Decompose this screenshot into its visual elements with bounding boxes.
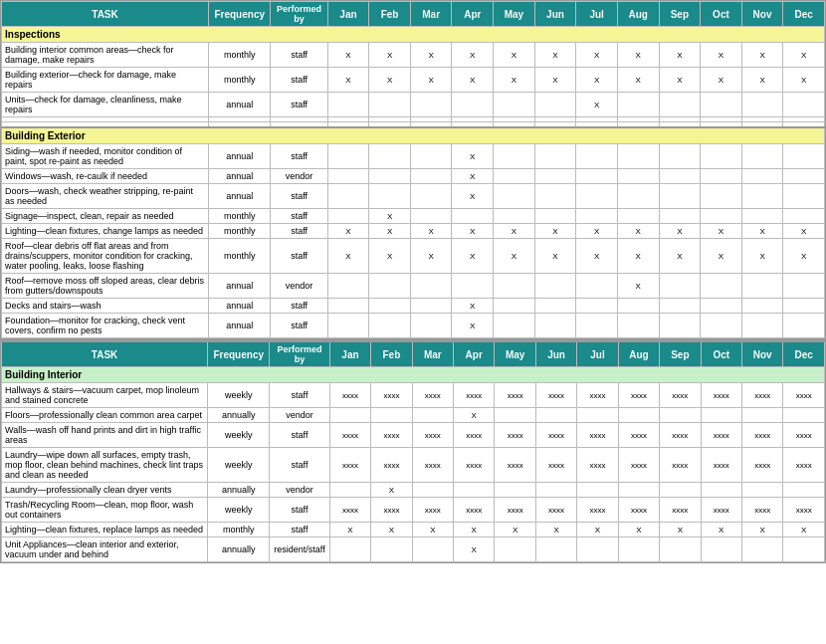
task-cell: Siding—wash if needed, monitor condition…	[2, 144, 209, 169]
perf-cell: staff	[270, 498, 329, 523]
month-cell-Nov	[741, 299, 783, 314]
table-row: Doors—wash, check weather stripping, re-…	[2, 184, 825, 209]
month-cell-Dec	[783, 299, 825, 314]
task-cell: Laundry—professionally clean dryer vents	[2, 483, 208, 498]
month-cell-Oct	[701, 537, 741, 562]
month-cell-Feb: X	[369, 68, 411, 93]
month-cell-Apr: X	[452, 144, 494, 169]
freq-cell: annually	[208, 408, 270, 423]
perf-cell: staff	[270, 448, 329, 483]
month-cell-Jan: xxxx	[329, 423, 370, 448]
table1-header: TASK Frequency Performedby Jan Feb Mar A…	[2, 2, 825, 27]
month-cell-Oct: xxxx	[701, 448, 741, 483]
month-cell-Jun: X	[535, 523, 576, 537]
month-cell-Jul	[577, 537, 618, 562]
month-cell-Feb: xxxx	[371, 423, 412, 448]
table-row: Decks and stairs—washannualstaffX	[2, 299, 825, 314]
perf-cell: staff	[271, 184, 327, 209]
section-header-row: Inspections	[2, 27, 825, 43]
table-row: Windows—wash, re-caulk if neededannualve…	[2, 169, 825, 184]
month-cell-Jan: X	[329, 523, 370, 537]
month-cell-Sep: X	[659, 239, 701, 274]
month-cell-Dec	[783, 483, 825, 498]
month-cell-Mar	[410, 169, 452, 184]
month-cell-Sep	[660, 483, 701, 498]
month-cell-Jun: xxxx	[535, 423, 576, 448]
month-cell-May	[494, 144, 535, 169]
month-cell-Jul: X	[576, 239, 618, 274]
month-cell-Dec: X	[783, 523, 825, 537]
month-cell-Aug	[618, 408, 659, 423]
month-cell-May: xxxx	[495, 448, 535, 483]
month-cell-Sep: xxxx	[660, 498, 701, 523]
freq-header: Frequency	[209, 2, 271, 27]
jun2-header: Jun	[535, 340, 576, 367]
feb2-header: Feb	[371, 340, 412, 367]
perf-cell: vendor	[271, 274, 327, 299]
month-cell-Sep	[659, 184, 701, 209]
month-cell-Mar: X	[410, 239, 452, 274]
table-row: Hallways & stairs—vacuum carpet, mop lin…	[2, 383, 825, 408]
top-table: TASK Frequency Performedby Jan Feb Mar A…	[1, 1, 825, 338]
month-cell-Nov	[741, 144, 783, 169]
month-cell-Oct: xxxx	[701, 383, 741, 408]
mar-header: Mar	[410, 2, 452, 27]
month-cell-Mar	[410, 184, 452, 209]
month-cell-Sep	[659, 93, 701, 117]
month-cell-Mar: X	[410, 224, 452, 239]
perf-cell: vendor	[270, 483, 329, 498]
month-cell-Jan: xxxx	[329, 498, 370, 523]
table-row: Roof—clear debris off flat areas and fro…	[2, 239, 825, 274]
month-cell-Apr: X	[452, 169, 494, 184]
month-cell-Sep	[660, 537, 701, 562]
task-cell: Trash/Recycling Room—clean, mop floor, w…	[2, 498, 208, 523]
sep2-header: Sep	[660, 340, 701, 367]
month-cell-Nov	[741, 537, 782, 562]
month-cell-Oct: xxxx	[701, 498, 741, 523]
task-cell: Floors—professionally clean common area …	[2, 408, 208, 423]
task-cell: Roof—remove moss off sloped areas, clear…	[2, 274, 209, 299]
month-cell-Jun	[535, 537, 576, 562]
nov-header: Nov	[741, 2, 783, 27]
month-cell-Mar: xxxx	[412, 423, 453, 448]
month-cell-Aug: xxxx	[618, 448, 659, 483]
task-cell: Doors—wash, check weather stripping, re-…	[2, 184, 209, 209]
month-cell-Dec	[783, 314, 825, 338]
month-cell-Aug: xxxx	[618, 498, 659, 523]
perf-cell: staff	[270, 423, 329, 448]
month-cell-Jan	[327, 184, 369, 209]
jun-header: Jun	[534, 2, 576, 27]
month-cell-Apr: X	[452, 68, 494, 93]
month-cell-Jan: xxxx	[329, 448, 370, 483]
may-header: May	[494, 2, 535, 27]
month-cell-Jun	[534, 144, 576, 169]
task-cell: Building exterior—check for damage, make…	[2, 68, 209, 93]
month-cell-Jan: X	[327, 224, 369, 239]
month-cell-Jul	[576, 299, 618, 314]
section-label: Building Interior	[2, 367, 825, 383]
month-cell-Feb	[371, 537, 412, 562]
month-cell-Jul	[576, 184, 618, 209]
month-cell-Jun	[534, 299, 576, 314]
month-cell-Nov	[741, 483, 782, 498]
month-cell-Apr: X	[452, 239, 494, 274]
month-cell-Nov: X	[741, 43, 783, 68]
perf2-header: Performedby	[270, 340, 329, 367]
month-cell-Oct: X	[701, 239, 742, 274]
month-cell-Mar	[410, 299, 452, 314]
month-cell-Sep: X	[659, 68, 701, 93]
month-cell-Aug	[618, 483, 659, 498]
month-cell-Oct	[701, 274, 742, 299]
month-cell-May: X	[494, 43, 535, 68]
month-cell-Nov	[741, 93, 783, 117]
month-cell-Mar	[410, 314, 452, 338]
month-cell-Jul: xxxx	[577, 383, 618, 408]
month-cell-Oct	[701, 144, 742, 169]
nov2-header: Nov	[741, 340, 782, 367]
month-cell-Jun: X	[534, 43, 576, 68]
month-cell-Jan	[329, 483, 370, 498]
month-cell-Feb	[369, 314, 411, 338]
month-cell-Aug	[617, 299, 659, 314]
month-cell-Jul: X	[576, 43, 618, 68]
month-cell-Feb	[369, 169, 411, 184]
